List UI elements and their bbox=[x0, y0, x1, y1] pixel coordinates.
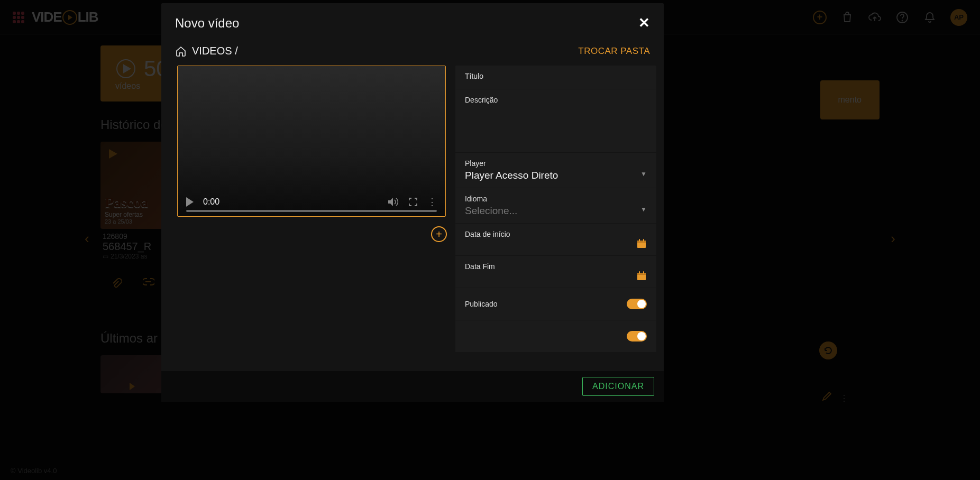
video-progress[interactable] bbox=[186, 210, 437, 212]
new-video-modal: Novo vídeo ✕ VIDEOS / TROCAR PASTA 0:00 bbox=[161, 3, 664, 402]
add-media-button[interactable]: + bbox=[431, 226, 447, 242]
video-column: 0:00 ⋮ + bbox=[177, 66, 447, 353]
svg-rect-9 bbox=[639, 271, 640, 274]
language-placeholder: Selecione... bbox=[465, 205, 647, 217]
extra-toggle[interactable] bbox=[627, 331, 647, 341]
swap-folder-link[interactable]: TROCAR PASTA bbox=[578, 46, 650, 57]
close-icon[interactable]: ✕ bbox=[638, 15, 650, 31]
submit-button[interactable]: ADICIONAR bbox=[582, 377, 654, 396]
title-field[interactable]: Título bbox=[455, 66, 656, 89]
language-field[interactable]: Idioma Selecione... ▼ bbox=[455, 188, 656, 224]
title-label: Título bbox=[465, 72, 647, 80]
form-column: Título Descrição Player Player Acesso Di… bbox=[455, 66, 656, 353]
video-preview[interactable]: 0:00 ⋮ bbox=[177, 66, 446, 217]
svg-rect-6 bbox=[643, 239, 644, 242]
calendar-icon[interactable] bbox=[636, 271, 647, 281]
svg-rect-8 bbox=[637, 273, 646, 275]
description-label: Descrição bbox=[465, 96, 647, 104]
modal-body: 0:00 ⋮ + Título bbox=[161, 61, 664, 371]
svg-rect-4 bbox=[637, 241, 646, 243]
svg-rect-10 bbox=[643, 271, 644, 274]
breadcrumb: VIDEOS / TROCAR PASTA bbox=[161, 33, 664, 61]
play-icon[interactable] bbox=[186, 197, 194, 207]
video-time: 0:00 bbox=[203, 197, 219, 207]
published-label: Publicado bbox=[465, 300, 647, 308]
start-date-field[interactable]: Data de início bbox=[455, 224, 656, 256]
player-value: Player Acesso Direto bbox=[465, 170, 647, 181]
player-label: Player bbox=[465, 159, 647, 168]
end-date-label: Data Fim bbox=[465, 262, 647, 271]
modal-header: Novo vídeo ✕ bbox=[161, 3, 664, 33]
published-toggle[interactable] bbox=[627, 299, 647, 309]
player-field[interactable]: Player Player Acesso Direto ▼ bbox=[455, 153, 656, 188]
chevron-down-icon: ▼ bbox=[640, 206, 647, 213]
breadcrumb-text: VIDEOS / bbox=[192, 45, 238, 57]
published-field: Publicado bbox=[455, 288, 656, 320]
calendar-icon[interactable] bbox=[636, 238, 647, 249]
chevron-down-icon: ▼ bbox=[640, 170, 647, 178]
svg-rect-5 bbox=[639, 239, 640, 242]
description-field[interactable]: Descrição bbox=[455, 89, 656, 153]
video-more-icon[interactable]: ⋮ bbox=[427, 196, 437, 208]
start-date-label: Data de início bbox=[465, 230, 647, 238]
fullscreen-icon[interactable] bbox=[408, 197, 418, 207]
modal-footer: ADICIONAR bbox=[161, 371, 664, 402]
language-label: Idioma bbox=[465, 195, 647, 203]
volume-icon[interactable] bbox=[387, 197, 399, 207]
home-icon[interactable] bbox=[175, 45, 187, 57]
extra-toggle-field bbox=[455, 320, 656, 353]
modal-title: Novo vídeo bbox=[175, 16, 239, 31]
end-date-field[interactable]: Data Fim bbox=[455, 256, 656, 288]
